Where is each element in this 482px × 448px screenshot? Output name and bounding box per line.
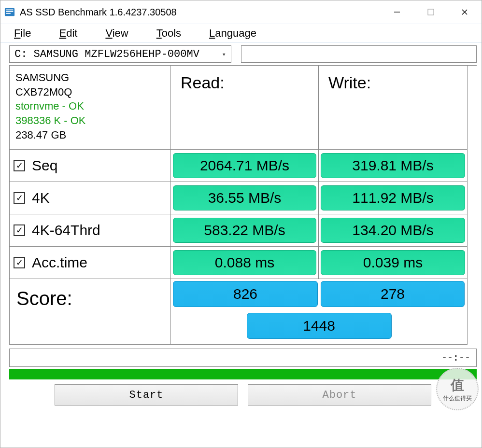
seq-label: Seq <box>32 157 57 174</box>
app-icon <box>4 7 15 17</box>
titlebar: AS SSD Benchmark 1.6.4237.30508 <box>0 0 482 24</box>
drive-firmware: CXB72M0Q <box>15 85 165 99</box>
seq-write-value: 319.81 MB/s <box>321 153 465 178</box>
results-grid: SAMSUNG CXB72M0Q stornvme - OK 398336 K … <box>9 65 477 345</box>
score-write: 278 <box>321 281 465 307</box>
watermark: 值 什么值得买 <box>436 368 479 410</box>
svg-rect-3 <box>6 13 11 14</box>
menubar: File Edit View Tools Language <box>0 24 482 43</box>
progress-text: --:-- <box>9 349 477 367</box>
menu-edit[interactable]: Edit <box>59 27 77 40</box>
menu-tools[interactable]: Tools <box>156 27 181 40</box>
score-label: Score: <box>10 279 171 345</box>
svg-rect-2 <box>6 11 14 12</box>
maximize-button[interactable] <box>414 0 448 24</box>
acc-write-value: 0.039 ms <box>321 250 465 275</box>
app-window: AS SSD Benchmark 1.6.4237.30508 File Edi… <box>0 0 482 448</box>
abort-button[interactable]: Abort <box>248 384 431 406</box>
chevron-down-icon: ▾ <box>222 50 226 58</box>
header-write: Write: <box>319 66 468 150</box>
info-box <box>241 45 477 63</box>
score-total: 1448 <box>247 313 392 339</box>
minimize-button[interactable] <box>380 0 414 24</box>
drive-capacity: 238.47 GB <box>15 128 165 142</box>
4k-write-value: 111.92 MB/s <box>321 185 465 210</box>
score-read: 826 <box>173 281 318 307</box>
start-button[interactable]: Start <box>55 384 238 406</box>
acc-label: Acc.time <box>32 254 87 271</box>
acc-checkbox[interactable]: ✓ <box>14 257 25 268</box>
window-title: AS SSD Benchmark 1.6.4237.30508 <box>20 7 380 18</box>
menu-language[interactable]: Language <box>209 27 256 40</box>
4k64-checkbox[interactable]: ✓ <box>14 224 25 236</box>
drive-alignment-status: 398336 K - OK <box>15 113 165 128</box>
drive-selector-row: C: SAMSUNG MZFLW256HEHP-000MV ▾ <box>0 43 482 65</box>
drive-driver-status: stornvme - OK <box>15 99 165 113</box>
seq-read-value: 2064.71 MB/s <box>173 153 316 178</box>
drive-dropdown[interactable]: C: SAMSUNG MZFLW256HEHP-000MV ▾ <box>9 45 231 63</box>
drive-info: SAMSUNG CXB72M0Q stornvme - OK 398336 K … <box>10 66 170 147</box>
progress-bar <box>9 369 477 379</box>
drive-vendor: SAMSUNG <box>15 70 165 85</box>
4k-checkbox[interactable]: ✓ <box>14 192 25 204</box>
drive-dropdown-label: C: SAMSUNG MZFLW256HEHP-000MV <box>14 48 199 60</box>
4k64-label: 4K-64Thrd <box>32 222 100 238</box>
acc-read-value: 0.088 ms <box>173 250 316 275</box>
svg-rect-5 <box>428 9 434 15</box>
4k-label: 4K <box>32 190 50 206</box>
menu-view[interactable]: View <box>105 27 128 40</box>
seq-checkbox[interactable]: ✓ <box>14 160 25 171</box>
header-read: Read: <box>171 66 319 150</box>
score-area: 826 278 1448 <box>171 279 468 345</box>
4k64-read-value: 583.22 MB/s <box>173 218 316 243</box>
4k-read-value: 36.55 MB/s <box>173 185 316 210</box>
svg-rect-1 <box>6 10 14 11</box>
menu-file[interactable]: File <box>14 27 31 40</box>
close-button[interactable] <box>448 0 482 24</box>
4k64-write-value: 134.20 MB/s <box>321 218 465 243</box>
